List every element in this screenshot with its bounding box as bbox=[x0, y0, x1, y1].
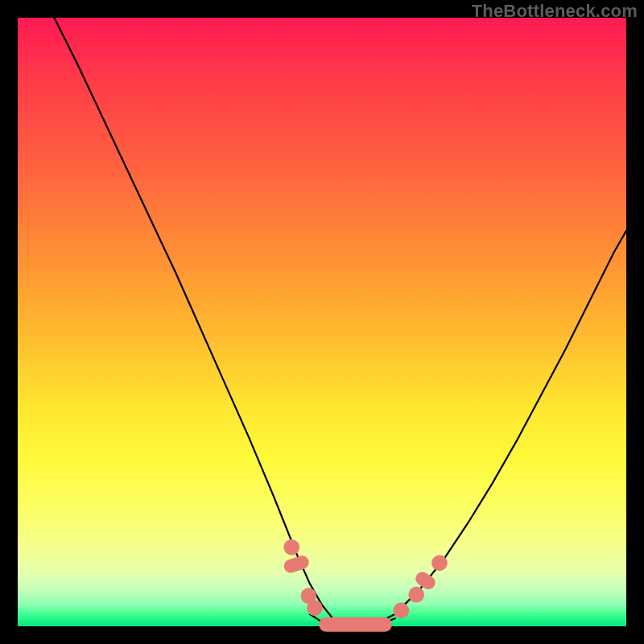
chart-markers bbox=[283, 539, 448, 632]
curve-right-branch bbox=[370, 231, 626, 626]
marker-circle-8 bbox=[431, 555, 448, 572]
marker-pill-1 bbox=[283, 554, 311, 575]
marker-pill-4 bbox=[319, 617, 392, 632]
marker-circle-6 bbox=[408, 587, 424, 603]
marker-circle-3 bbox=[307, 600, 323, 616]
chart-svg bbox=[18, 18, 626, 626]
chart-curves bbox=[54, 18, 626, 626]
curve-left-branch bbox=[54, 18, 346, 626]
marker-circle-5 bbox=[393, 603, 409, 619]
marker-circle-0 bbox=[283, 539, 299, 555]
